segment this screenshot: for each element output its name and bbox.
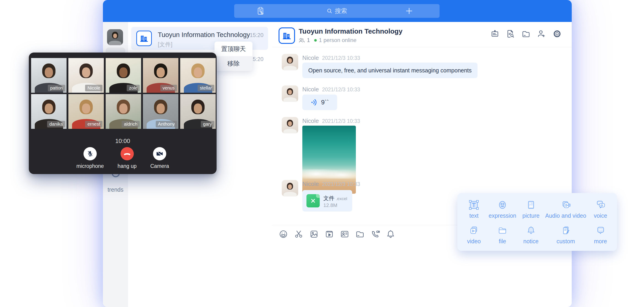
conversation-context-menu: 置顶聊天 移除 <box>214 41 252 71</box>
file-message-bubble[interactable]: 文件 .excel 12.8M <box>302 190 352 212</box>
video-tile: patton <box>31 58 66 93</box>
video-tile: ernest <box>68 94 104 129</box>
text-icon <box>468 199 480 211</box>
audio-video-icon <box>560 199 572 211</box>
screenshot-scissors-icon[interactable] <box>294 229 304 239</box>
contact-card-icon[interactable] <box>340 229 350 239</box>
voice-icon <box>595 199 606 211</box>
avatar <box>282 54 298 70</box>
composer-toolbar <box>278 229 396 239</box>
send-image-icon[interactable] <box>309 229 319 239</box>
group-files-icon[interactable] <box>522 29 530 38</box>
panel-label: notice <box>523 238 538 245</box>
more-icon <box>595 225 606 236</box>
mic-muted-icon <box>87 150 94 157</box>
sender-name: Nicole <box>302 180 319 187</box>
chat-title: Tuoyun Information Technology <box>299 27 402 35</box>
panel-item-expression[interactable]: expression <box>488 196 517 222</box>
video-tile: Nicole <box>68 58 104 93</box>
panel-label: expression <box>489 212 516 219</box>
microphone-button[interactable]: microphone <box>76 147 104 169</box>
camera-off-icon <box>156 151 163 156</box>
expression-icon <box>497 199 508 211</box>
video-tile: zole <box>106 58 141 93</box>
panel-item-more[interactable]: more <box>586 222 615 248</box>
panel-item-custom[interactable]: custom <box>545 222 586 248</box>
message-meta: Nicole2021/12/3 10:33 <box>302 117 360 124</box>
hang-up-button[interactable]: hang up <box>118 147 136 169</box>
panel-item-audio-video[interactable]: Audio and video <box>545 196 586 222</box>
settings-gear-icon[interactable] <box>552 29 562 38</box>
video-tile: Anthony <box>143 94 178 129</box>
panel-label: video <box>467 238 481 245</box>
emoji-icon[interactable] <box>278 229 288 239</box>
camera-button[interactable]: Camera <box>150 147 169 169</box>
participant-name: Nicole <box>85 85 102 91</box>
file-name: 文件 <box>323 195 334 201</box>
participant-name: zole <box>127 85 140 91</box>
message-time: 2021/12/3 10:33 <box>322 181 360 187</box>
participant-name: stellar <box>198 85 214 91</box>
group-avatar <box>136 31 152 46</box>
avatar <box>282 117 298 133</box>
file-ext: .excel <box>336 196 348 201</box>
participant-name: aldrich <box>122 121 140 127</box>
sender-name: Nicole <box>302 54 319 61</box>
current-user-avatar[interactable] <box>107 29 123 45</box>
announcement-icon[interactable] <box>490 29 500 38</box>
hang-up-label: hang up <box>118 163 136 169</box>
search-icon <box>326 8 332 14</box>
participant-name: venus <box>160 85 177 91</box>
video-call-icon[interactable] <box>370 229 380 239</box>
conversation-time: 15:20 <box>250 32 264 38</box>
participant-name: patton <box>48 85 65 91</box>
avatar <box>282 180 298 196</box>
panel-item-notice[interactable]: notice <box>516 222 545 248</box>
video-tile: aldrich <box>106 94 141 129</box>
menu-item-pin-chat[interactable]: 置顶聊天 <box>214 41 252 56</box>
panel-item-voice[interactable]: voice <box>586 196 615 222</box>
message-meta: Nicole2021/12/3 10:33 <box>302 54 360 61</box>
chat-header-actions <box>490 29 562 38</box>
message-time: 2021/12/3 10:33 <box>322 55 360 61</box>
participant-name: ernest <box>85 121 102 127</box>
send-file-icon[interactable] <box>355 229 365 239</box>
chat-group-avatar <box>278 27 295 44</box>
send-video-icon[interactable] <box>324 229 334 239</box>
panel-item-video[interactable]: video <box>460 222 488 248</box>
member-count: 1 <box>307 37 310 43</box>
notice-bell-icon <box>525 225 537 236</box>
video-grid: patton Nicole zole venus stellar danika <box>31 58 214 129</box>
members-icon <box>299 37 305 43</box>
group-call-window: patton Nicole zole venus stellar danika <box>29 52 216 174</box>
text-message-bubble: Open source, free, and universal instant… <box>302 63 478 78</box>
call-timer: 10:00 <box>29 137 216 145</box>
hang-up-icon <box>123 151 131 156</box>
message-meta: Nicole2021/12/3 10:33 <box>302 86 360 93</box>
panel-item-file[interactable]: file <box>488 222 517 248</box>
add-member-icon[interactable] <box>537 29 546 38</box>
panel-label: picture <box>522 212 540 219</box>
picture-icon <box>525 199 537 211</box>
chat-header: Tuoyun Information Technology 1 1 person… <box>272 22 572 47</box>
title-bar: 搜索 <box>103 0 572 22</box>
call-controls: microphone hang up Camer <box>29 147 216 169</box>
search-bar[interactable]: 搜索 <box>234 4 440 18</box>
message-time: 2021/12/3 10:33 <box>322 118 360 124</box>
panel-item-picture[interactable]: picture <box>516 196 545 222</box>
voice-play-icon <box>310 99 318 106</box>
custom-icon <box>560 225 572 236</box>
voice-duration: 9`` <box>321 99 329 106</box>
excel-file-icon <box>306 194 320 207</box>
notification-bell-icon[interactable] <box>386 229 396 239</box>
add-plus-icon[interactable] <box>404 6 414 16</box>
menu-item-remove[interactable]: 移除 <box>214 56 252 71</box>
file-folder-icon <box>497 225 508 236</box>
chat-history-search-icon[interactable] <box>506 29 515 38</box>
panel-label: custom <box>556 238 575 245</box>
voice-message-bubble[interactable]: 9`` <box>302 95 337 110</box>
file-size: 12.8M <box>323 202 337 208</box>
participant-name: danika <box>47 121 65 127</box>
panel-item-text[interactable]: text <box>460 196 488 222</box>
microphone-label: microphone <box>76 163 104 169</box>
